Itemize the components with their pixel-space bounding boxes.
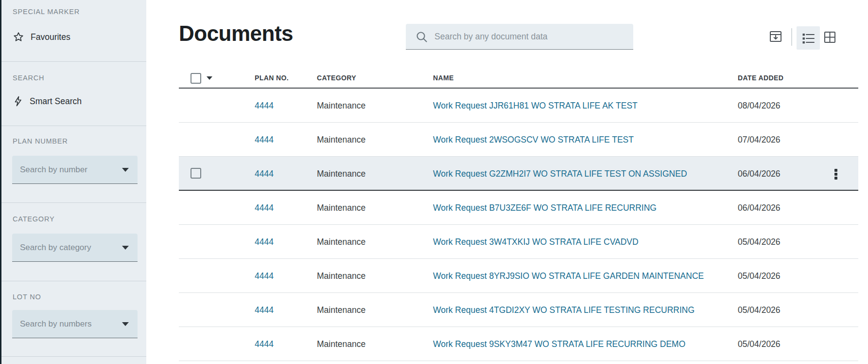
table-row[interactable]: 4444MaintenanceWork Request 2WSOGSCV WO … [179,123,858,157]
plan-number-link[interactable]: 4444 [255,123,274,157]
star-icon [13,31,24,43]
row-menu-kebab-icon[interactable] [830,157,842,191]
table-row[interactable]: 4444MaintenanceWork Request 8YRJ9SIO WO … [179,259,858,293]
plan-number-link[interactable]: 4444 [255,327,274,361]
chevron-down-icon [122,322,129,326]
section-divider [1,126,146,126]
grid-view-icon [824,31,836,43]
date-added-cell: 05/04/2026 [738,327,781,361]
date-added-cell: 06/04/2026 [738,157,781,191]
section-divider [1,202,146,203]
section-divider [1,281,146,281]
view-controls-divider [791,28,792,46]
category-cell: Maintenance [317,259,365,293]
select-menu-chevron-down-icon[interactable] [207,76,212,80]
documents-table: PLAN NO. CATEGORY NAME DATE ADDED 4444Ma… [179,68,858,361]
dropdown-placeholder: Search by category [20,234,91,261]
plan-number-dropdown[interactable]: Search by number [12,156,138,184]
table-row[interactable]: 4444MaintenanceWork Request JJR61H81 WO … [179,89,858,123]
section-label-special-marker: SPECIAL MARKER [13,8,80,16]
plan-number-link[interactable]: 4444 [255,157,274,191]
plan-number-link[interactable]: 4444 [255,225,274,259]
document-name-link[interactable]: Work Request JJR61H81 WO STRATA LIFE AK … [433,89,638,123]
section-label-category: CATEGORY [13,215,54,223]
table-row[interactable]: 4444MaintenanceWork Request 9SKY3M47 WO … [179,327,858,361]
document-name-link[interactable]: Work Request B7U3ZE6F WO STRATA LIFE REC… [433,191,657,225]
column-header-category[interactable]: CATEGORY [317,68,356,88]
sidebar-item-label: Smart Search [30,96,82,107]
chevron-down-icon [122,246,129,250]
section-divider [1,61,146,62]
section-label-search: SEARCH [13,74,44,82]
row-checkbox[interactable] [191,168,201,179]
category-cell: Maintenance [317,225,365,259]
date-added-cell: 05/04/2026 [738,259,781,293]
category-dropdown[interactable]: Search by category [12,234,138,262]
table-row[interactable]: 4444MaintenanceWork Request 3W4TXKIJ WO … [179,225,858,259]
date-added-cell: 06/04/2026 [738,191,781,225]
select-all-checkbox[interactable] [191,73,201,84]
chevron-down-icon [122,168,129,172]
dropdown-placeholder: Search by numbers [20,310,91,338]
tray-download-icon[interactable] [769,30,782,43]
section-label-lot-no: LOT NO [13,293,41,301]
category-cell: Maintenance [317,123,365,157]
lot-no-dropdown[interactable]: Search by numbers [12,310,138,338]
category-cell: Maintenance [317,89,365,123]
document-name-link[interactable]: Work Request 8YRJ9SIO WO STRATA LIFE GAR… [433,259,704,293]
column-header-date-added[interactable]: DATE ADDED [738,68,783,88]
lightning-bolt-icon [13,95,23,107]
table-row[interactable]: 4444MaintenanceWork Request B7U3ZE6F WO … [179,191,858,225]
sidebar-item-smart-search[interactable]: Smart Search [13,95,82,107]
list-view-button[interactable] [797,26,820,50]
document-name-link[interactable]: Work Request 2WSOGSCV WO STRATA LIFE TES… [433,123,634,157]
plan-number-link[interactable]: 4444 [255,89,274,123]
date-added-cell: 08/04/2026 [738,89,781,123]
date-added-cell: 05/04/2026 [738,225,781,259]
table-body: 4444MaintenanceWork Request JJR61H81 WO … [179,89,858,361]
category-cell: Maintenance [317,293,365,327]
dropdown-placeholder: Search by number [20,156,87,183]
document-name-link[interactable]: Work Request 4TGDI2XY WO STRATA LIFE TES… [433,293,694,327]
date-added-cell: 05/04/2026 [738,293,781,327]
page-title: Documents [179,21,293,46]
sidebar-item-label: Favourites [31,32,70,42]
category-cell: Maintenance [317,157,365,191]
plan-number-link[interactable]: 4444 [255,191,274,225]
plan-number-link[interactable]: 4444 [255,293,274,327]
grid-view-button[interactable] [824,31,836,43]
column-header-plan-no[interactable]: PLAN NO. [255,68,289,88]
document-name-link[interactable]: Work Request 3W4TXKIJ WO STRATA LIFE CVA… [433,225,639,259]
documents-page: Documents [146,0,868,364]
section-label-plan-number: PLAN NUMBER [13,137,68,145]
column-header-name[interactable]: NAME [433,68,454,88]
document-name-link[interactable]: Work Request 9SKY3M47 WO STRATA LIFE REC… [433,327,685,361]
date-added-cell: 07/04/2026 [738,123,781,157]
section-divider [1,356,146,357]
sidebar-item-favourites[interactable]: Favourites [13,31,70,43]
plan-number-link[interactable]: 4444 [255,259,274,293]
document-name-link[interactable]: Work Request G2ZMH2I7 WO STRATA LIFE TES… [433,157,687,191]
search-input[interactable] [434,24,624,49]
category-cell: Maintenance [317,327,365,361]
filter-sidebar: SPECIAL MARKER Favourites SEARCH Smart S… [0,0,146,364]
table-row[interactable]: 4444MaintenanceWork Request 4TGDI2XY WO … [179,293,858,327]
table-header-row: PLAN NO. CATEGORY NAME DATE ADDED [179,68,858,89]
category-cell: Maintenance [317,191,365,225]
table-row[interactable]: 4444MaintenanceWork Request G2ZMH2I7 WO … [179,157,858,191]
document-search-box [406,24,633,50]
